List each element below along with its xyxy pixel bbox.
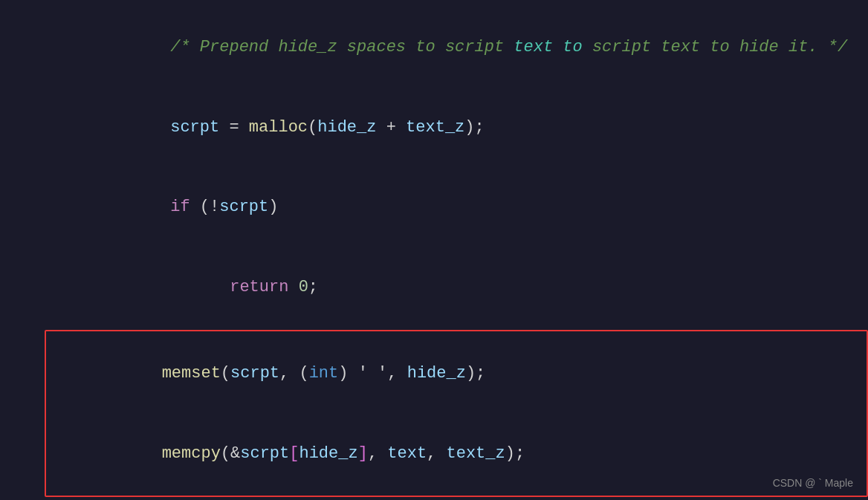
code-line-memcpy: memcpy(&scrpt[hide_z], text, text_z); (46, 414, 867, 494)
code-line-malloc: scrpt = malloc(hide_z + text_z); (0, 88, 868, 168)
code-container: /* Prepend hide_z spaces to script text … (0, 0, 868, 500)
code-line-memset: memset(scrpt, (int) ' ', hide_z); (46, 334, 867, 414)
code-line-if-scrpt: if (!scrpt) (0, 167, 868, 247)
code-line-comment: /* Prepend hide_z spaces to script text … (0, 7, 868, 88)
highlighted-block: memset(scrpt, (int) ' ', hide_z); memcpy… (45, 330, 868, 497)
code-line-return0: return 0; (0, 247, 868, 328)
watermark: CSDN @ ` Maple (773, 475, 853, 491)
